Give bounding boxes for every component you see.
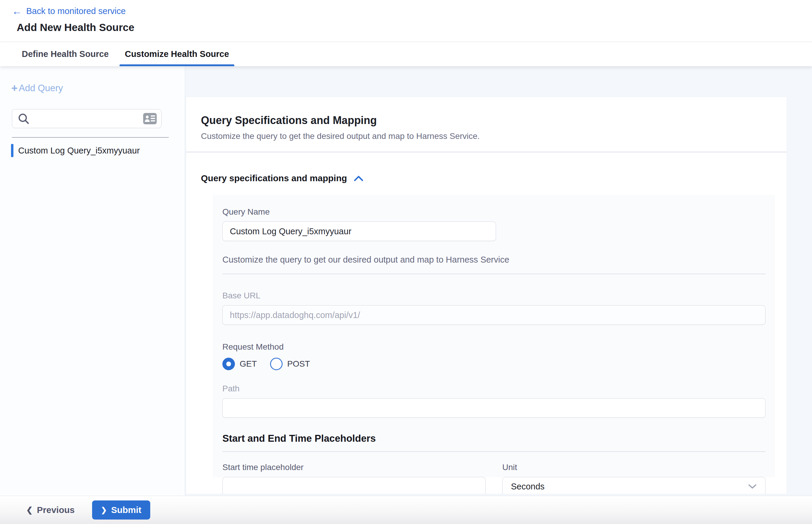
base-url-input[interactable] — [222, 305, 765, 325]
page-title: Add New Health Source — [17, 21, 812, 33]
chevron-left-icon: ❮ — [26, 506, 33, 515]
panel-divider — [222, 451, 765, 452]
card-title: Query Specifications and Mapping — [201, 114, 772, 127]
add-query-label: Add Query — [19, 83, 63, 94]
previous-button-label: Previous — [37, 505, 75, 515]
radio-option-post[interactable]: POST — [270, 358, 310, 370]
request-method-group: Request Method GET POST — [222, 342, 765, 370]
unit-label: Unit — [502, 463, 765, 472]
submit-button-label: Submit — [111, 505, 142, 515]
unit-select-value: Seconds — [511, 482, 545, 492]
path-input[interactable] — [222, 398, 765, 418]
request-method-label: Request Method — [222, 342, 765, 352]
section-title: Query specifications and mapping — [201, 173, 347, 183]
radio-icon-post[interactable] — [270, 358, 282, 370]
submit-button[interactable]: ❯ Submit — [92, 501, 150, 520]
query-list-item[interactable]: Custom Log Query_i5xmyyuaur — [0, 142, 185, 159]
id-card-icon[interactable] — [143, 113, 157, 125]
query-list: Custom Log Query_i5xmyyuaur — [0, 142, 185, 159]
chevron-down-icon — [748, 484, 757, 489]
query-search-box — [12, 109, 162, 128]
back-arrow-icon: ← — [12, 6, 22, 16]
sidebar-divider — [12, 137, 169, 138]
plus-icon: + — [11, 83, 18, 94]
section-header[interactable]: Query specifications and mapping — [201, 173, 787, 183]
wizard-footer: ❮ Previous ❯ Submit — [0, 496, 812, 524]
main-area: Query Specifications and Mapping Customi… — [185, 66, 812, 496]
query-name-label: Query Name — [222, 207, 765, 217]
base-url-label: Base URL — [222, 291, 765, 300]
unit-select[interactable]: Seconds — [502, 477, 765, 494]
query-name-input[interactable] — [222, 222, 496, 241]
back-link[interactable]: ← Back to monitored service — [12, 4, 812, 18]
content-area: + Add Query Custom Log Query_i5xmyy — [0, 66, 812, 496]
page-header: ← Back to monitored service Add New Heal… — [0, 0, 812, 42]
card-header-divider — [186, 152, 787, 152]
query-spec-form-panel: Query Name Customize the query to get ou… — [213, 195, 775, 477]
radio-label-get: GET — [240, 359, 257, 369]
query-name-helper: Customize the query to get our desired o… — [222, 255, 765, 265]
tab-define-health-source[interactable]: Define Health Source — [16, 42, 114, 66]
card-subtitle: Customize the query to get the desired o… — [201, 131, 772, 141]
chevron-up-icon[interactable] — [354, 175, 364, 182]
query-sidebar: + Add Query Custom Log Query_i5xmyy — [0, 66, 185, 496]
radio-label-post: POST — [287, 359, 310, 369]
panel-divider — [222, 274, 765, 274]
search-input[interactable] — [30, 114, 143, 124]
active-tab-underline — [119, 64, 234, 66]
tab-label: Customize Health Source — [125, 49, 229, 59]
chevron-right-icon: ❯ — [101, 506, 107, 514]
card-header: Query Specifications and Mapping Customi… — [186, 97, 787, 141]
previous-button[interactable]: ❮ Previous — [26, 505, 75, 515]
query-item-label: Custom Log Query_i5xmyyuaur — [18, 146, 140, 155]
tab-customize-health-source[interactable]: Customize Health Source — [119, 42, 234, 66]
tab-label: Define Health Source — [22, 49, 109, 59]
query-spec-card: Query Specifications and Mapping Customi… — [186, 97, 787, 494]
unit-field: Unit Seconds — [502, 463, 765, 494]
placeholders-row: Start time placeholder Unit Seconds — [222, 463, 765, 494]
start-time-input[interactable] — [222, 477, 486, 494]
start-time-field: Start time placeholder — [222, 463, 486, 494]
placeholders-heading: Start and End Time Placeholders — [222, 433, 765, 444]
search-icon — [17, 112, 30, 125]
tab-bar: Define Health Source Customize Health So… — [0, 42, 812, 66]
radio-icon-get[interactable] — [222, 358, 235, 370]
path-label: Path — [222, 384, 765, 393]
back-link-label: Back to monitored service — [26, 6, 126, 16]
start-time-label: Start time placeholder — [222, 463, 486, 472]
add-query-button[interactable]: + Add Query — [11, 83, 185, 94]
request-method-options: GET POST — [222, 358, 765, 370]
radio-option-get[interactable]: GET — [222, 358, 257, 370]
selected-indicator-bar — [11, 144, 13, 157]
